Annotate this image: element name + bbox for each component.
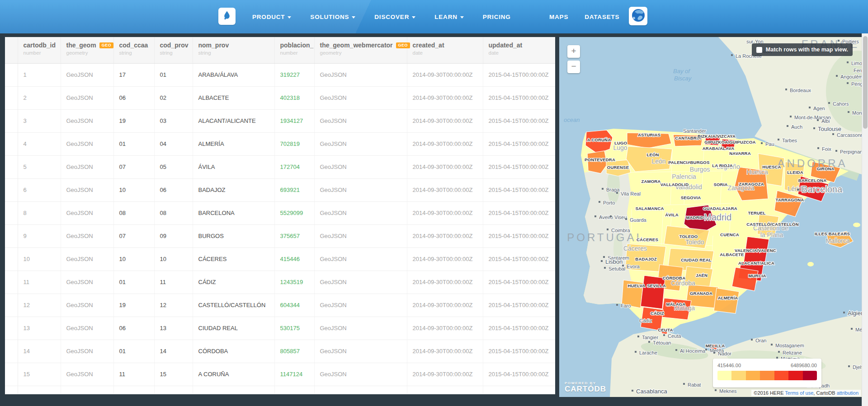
table-cell[interactable]: 19 xyxy=(113,294,154,317)
column-header-cod_prov[interactable]: cod_provstring xyxy=(154,37,193,63)
table-cell[interactable]: ALMERÍA xyxy=(193,132,274,155)
table-cell[interactable]: 6 xyxy=(18,178,61,201)
zoom-in-button[interactable]: + xyxy=(567,45,580,58)
table-cell[interactable]: GeoJSON xyxy=(61,178,113,201)
table-cell[interactable]: 01 xyxy=(113,340,154,363)
row-handle[interactable] xyxy=(5,317,18,340)
table-cell[interactable]: 01 xyxy=(154,63,193,86)
table-cell[interactable]: 10 xyxy=(154,247,193,271)
avatar[interactable] xyxy=(629,7,647,25)
column-header-cod_ccaa[interactable]: cod_ccaastring xyxy=(113,37,154,63)
row-handle[interactable] xyxy=(5,340,18,363)
zoom-out-button[interactable]: − xyxy=(567,61,580,73)
table-cell[interactable]: GeoJSON xyxy=(61,155,113,178)
table-cell[interactable]: 805857 xyxy=(274,340,314,363)
column-header-created_at[interactable]: created_atdate xyxy=(407,37,483,63)
row-handle[interactable] xyxy=(5,178,18,201)
table-cell[interactable]: 2015-04-15T00:00:00Z xyxy=(483,363,555,386)
table-cell[interactable]: CÓRDOBA xyxy=(193,340,274,363)
table-cell[interactable]: 06 xyxy=(113,317,154,340)
table-cell[interactable]: 375657 xyxy=(274,224,314,247)
scrollbar-thumb[interactable] xyxy=(863,36,868,129)
table-cell[interactable]: GeoJSON xyxy=(61,63,113,86)
table-cell[interactable]: 1243519 xyxy=(274,271,314,294)
table-cell[interactable]: 01 xyxy=(113,132,154,155)
table-cell[interactable]: 2015-04-15T00:00:00Z xyxy=(483,224,555,247)
table-cell[interactable]: 2014-09-30T00:00:00Z xyxy=(407,86,483,109)
table-cell[interactable]: A CORUÑA xyxy=(193,363,274,386)
table-cell[interactable]: CÁDIZ xyxy=(193,271,274,294)
table-cell[interactable]: 2014-09-30T00:00:00Z xyxy=(407,247,483,271)
table-cell[interactable]: GeoJSON xyxy=(314,340,407,363)
table-cell[interactable]: 12 xyxy=(18,294,61,317)
table-cell[interactable]: 1147124 xyxy=(274,363,314,386)
table-cell[interactable]: GeoJSON xyxy=(61,363,113,386)
table-cell[interactable]: 5529099 xyxy=(274,201,314,224)
table-cell[interactable]: GeoJSON xyxy=(61,294,113,317)
table-cell[interactable]: GeoJSON xyxy=(314,317,407,340)
table-cell[interactable]: ÁVILA xyxy=(193,155,274,178)
table-cell[interactable]: 172704 xyxy=(274,155,314,178)
table-cell[interactable]: 2015-04-15T00:00:00Z xyxy=(483,201,555,224)
match-rows-checkbox[interactable] xyxy=(756,47,762,53)
table-cell[interactable]: 2015-04-15T00:00:00Z xyxy=(483,86,555,109)
table-cell[interactable]: 1 xyxy=(18,63,61,86)
row-handle[interactable] xyxy=(5,271,18,294)
match-rows-toggle[interactable]: Match rows with the map view. xyxy=(752,43,853,56)
table-cell[interactable]: 4 xyxy=(18,132,61,155)
table-cell[interactable]: GeoJSON xyxy=(61,340,113,363)
table-cell[interactable]: CASTELLÓ/CASTELLÓN xyxy=(193,294,274,317)
nav-item-product[interactable]: PRODUCT xyxy=(252,14,291,20)
table-cell[interactable]: 2015-04-15T00:00:00Z xyxy=(483,132,555,155)
table-cell[interactable]: BURGOS xyxy=(193,224,274,247)
table-cell[interactable]: 693921 xyxy=(274,178,314,201)
table-cell[interactable]: CÁCERES xyxy=(193,247,274,271)
row-handle[interactable] xyxy=(5,294,18,317)
nav-item-discover[interactable]: DISCOVER xyxy=(374,14,415,20)
table-cell[interactable]: 11 xyxy=(113,363,154,386)
table-cell[interactable]: GeoJSON xyxy=(314,155,407,178)
column-header-the_geom_webmercator[interactable]: the_geom_webmercatorGEOgeometry xyxy=(314,37,407,63)
table-cell[interactable]: BADAJOZ xyxy=(193,178,274,201)
table-cell[interactable]: 2014-09-30T00:00:00Z xyxy=(407,201,483,224)
table-cell[interactable]: 604344 xyxy=(274,294,314,317)
table-cell[interactable]: 10 xyxy=(113,178,154,201)
table-cell[interactable]: 06 xyxy=(154,178,193,201)
table-cell[interactable]: 10 xyxy=(113,247,154,271)
table-cell[interactable]: 2014-09-30T00:00:00Z xyxy=(407,294,483,317)
row-handle[interactable] xyxy=(5,201,18,224)
table-cell[interactable]: 08 xyxy=(113,201,154,224)
table-cell[interactable]: 415446 xyxy=(274,247,314,271)
table-cell[interactable]: 09 xyxy=(154,224,193,247)
table-cell[interactable]: GeoJSON xyxy=(61,271,113,294)
table-cell[interactable]: 2014-09-30T00:00:00Z xyxy=(407,340,483,363)
table-cell[interactable]: 06 xyxy=(113,86,154,109)
column-header-cartodb_id[interactable]: cartodb_idnumber xyxy=(18,37,61,63)
table-cell[interactable]: GeoJSON xyxy=(61,86,113,109)
attribution-link[interactable]: attribution xyxy=(837,390,859,396)
table-cell[interactable]: 17 xyxy=(113,63,154,86)
table-cell[interactable]: 2014-09-30T00:00:00Z xyxy=(407,363,483,386)
table-cell[interactable]: GeoJSON xyxy=(61,247,113,271)
table-cell[interactable]: 530175 xyxy=(274,317,314,340)
cartodb-logo[interactable] xyxy=(218,8,236,25)
table-cell[interactable]: 9 xyxy=(18,224,61,247)
table-cell[interactable]: ARABA/ÁLAVA xyxy=(193,63,274,86)
table-cell[interactable]: 04 xyxy=(154,132,193,155)
column-header-nom_prov[interactable]: nom_provstring xyxy=(193,37,274,63)
table-cell[interactable]: 702819 xyxy=(274,132,314,155)
table-cell[interactable]: 02 xyxy=(154,86,193,109)
table-cell[interactable]: 2014-09-30T00:00:00Z xyxy=(407,109,483,132)
table-cell[interactable]: GeoJSON xyxy=(314,201,407,224)
row-handle[interactable] xyxy=(5,109,18,132)
table-cell[interactable]: 03 xyxy=(154,109,193,132)
table-cell[interactable]: 2014-09-30T00:00:00Z xyxy=(407,178,483,201)
table-cell[interactable]: 2014-09-30T00:00:00Z xyxy=(407,271,483,294)
table-cell[interactable]: GeoJSON xyxy=(61,132,113,155)
table-cell[interactable]: 10 xyxy=(18,247,61,271)
table-cell[interactable]: GeoJSON xyxy=(314,109,407,132)
table-cell[interactable]: 1934127 xyxy=(274,109,314,132)
table-cell[interactable]: 2014-09-30T00:00:00Z xyxy=(407,63,483,86)
table-cell[interactable]: 5 xyxy=(18,155,61,178)
table-cell[interactable]: 2014-09-30T00:00:00Z xyxy=(407,155,483,178)
